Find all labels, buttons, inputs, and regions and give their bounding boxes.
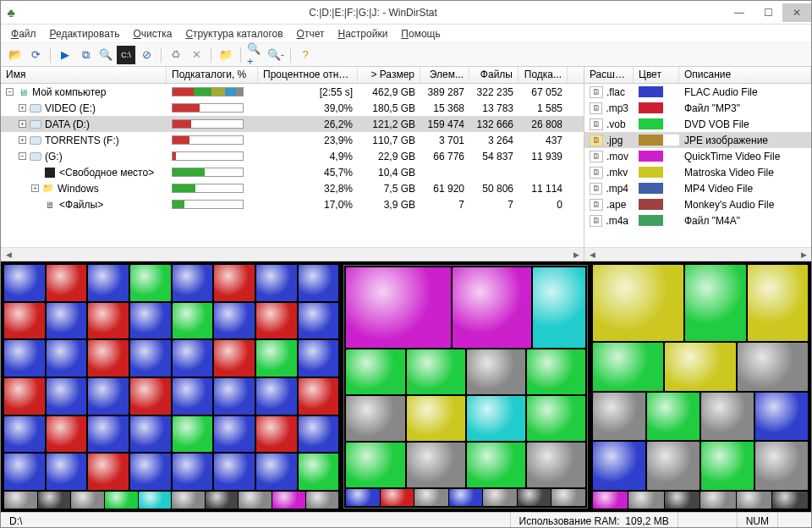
pct-bar bbox=[172, 87, 244, 96]
treemap-pane-2[interactable] bbox=[343, 265, 587, 509]
zoom-in-icon[interactable]: 🔍+ bbox=[246, 46, 265, 64]
menu-cleanup[interactable]: Очистка bbox=[128, 26, 177, 41]
row-files: 3 264 bbox=[469, 135, 518, 146]
filetype-icon: 🗎 bbox=[590, 151, 603, 162]
filetype-icon: 🗎 bbox=[590, 215, 602, 227]
ext-row[interactable]: 🗎.m4aФайл "M4A" bbox=[584, 212, 811, 228]
row-name: Мой компьютер bbox=[32, 86, 106, 98]
expander-icon[interactable]: + bbox=[19, 136, 26, 144]
cancel-icon[interactable]: ✕ bbox=[187, 46, 206, 64]
folder-icon: 📁 bbox=[42, 183, 54, 195]
delete-icon[interactable]: ⊘ bbox=[137, 46, 156, 64]
zoom-out-icon[interactable]: 🔍- bbox=[266, 46, 285, 64]
expander-icon[interactable]: − bbox=[19, 152, 26, 160]
tree-row[interactable]: +TORRENTS (F:)23,9%110,7 GB3 7013 264437 bbox=[1, 132, 584, 148]
ext-hscroll[interactable]: ◀ ▶ bbox=[584, 247, 811, 261]
row-size: 462,9 GB bbox=[358, 86, 420, 98]
treemap-pane-3[interactable] bbox=[593, 265, 808, 509]
row-items: 66 776 bbox=[420, 151, 469, 162]
row-files: 132 666 bbox=[469, 118, 518, 130]
ext-name: .mkv bbox=[606, 167, 628, 179]
status-num: NUM bbox=[737, 513, 777, 528]
row-name: TORRENTS (F:) bbox=[45, 135, 119, 146]
col-files[interactable]: Файлы bbox=[469, 67, 518, 83]
row-sub: 11 114 bbox=[518, 183, 568, 195]
treemap[interactable] bbox=[1, 261, 811, 512]
row-name: <Свободное место> bbox=[59, 167, 154, 179]
col-name[interactable]: Имя bbox=[1, 67, 167, 83]
ext-row[interactable]: 🗎.movQuickTime Video File bbox=[584, 148, 811, 164]
col-size[interactable]: > Размер bbox=[358, 67, 420, 83]
tree-row[interactable]: <Свободное место>45,7%10,4 GB bbox=[1, 164, 584, 180]
col-color[interactable]: Цвет bbox=[634, 67, 679, 83]
recycle-icon[interactable]: ♻ bbox=[167, 46, 185, 64]
tree-body[interactable]: −🖥Мой компьютер[2:55 s]462,9 GB389 28732… bbox=[1, 84, 584, 247]
close-button[interactable]: ✕ bbox=[782, 3, 811, 22]
row-name: DATA (D:) bbox=[45, 118, 90, 130]
tree-row[interactable]: 🗎<Файлы>17,0%3,9 GB770 bbox=[1, 196, 584, 212]
filetype-icon: 🗎 bbox=[590, 167, 603, 179]
tree-row[interactable]: −🖥Мой компьютер[2:55 s]462,9 GB389 28732… bbox=[1, 84, 584, 100]
ext-row[interactable]: 🗎.mkvMatroska Video File bbox=[584, 164, 811, 180]
col-subfolders[interactable]: Подка... bbox=[518, 67, 568, 83]
ext-row[interactable]: 🗎.mp3Файл "MP3" bbox=[584, 100, 811, 116]
expander-icon[interactable]: + bbox=[19, 104, 26, 112]
refresh-icon[interactable]: ⟳ bbox=[26, 46, 45, 64]
menu-file[interactable]: Файл bbox=[6, 26, 41, 41]
tree-row[interactable]: +VIDEO (E:)39,0%180,5 GB15 36813 7831 58… bbox=[1, 100, 584, 116]
explorer-icon[interactable]: 🔍 bbox=[96, 46, 115, 64]
ext-row[interactable]: 🗎.vobDVD VOB File bbox=[584, 116, 811, 132]
minimize-button[interactable]: — bbox=[725, 3, 754, 22]
row-items: 61 920 bbox=[420, 183, 469, 195]
ext-row[interactable]: 🗎.mp4MP4 Video File bbox=[584, 180, 811, 196]
pct-bar bbox=[172, 103, 244, 113]
ext-name: .m4a bbox=[606, 215, 628, 227]
help-icon[interactable]: ? bbox=[296, 46, 315, 64]
row-pct: [2:55 s] bbox=[258, 86, 358, 98]
expander-icon[interactable]: + bbox=[31, 184, 39, 192]
color-swatch bbox=[639, 167, 679, 178]
folder-icon[interactable]: 📁 bbox=[217, 46, 235, 64]
ext-row[interactable]: 🗎.apeMonkey's Audio File bbox=[584, 196, 811, 212]
scroll-right-icon[interactable]: ▶ bbox=[798, 249, 809, 261]
ext-row[interactable]: 🗎.flacFLAC Audio File bbox=[584, 84, 811, 100]
ext-desc: DVD VOB File bbox=[679, 118, 811, 130]
expander-icon[interactable]: − bbox=[6, 88, 14, 96]
col-items[interactable]: Элем... bbox=[420, 67, 469, 83]
col-subfolders-pct[interactable]: Подкаталоги, % bbox=[167, 67, 258, 83]
row-sub: 26 808 bbox=[518, 118, 568, 130]
toolbar: 📂 ⟳ ▶ ⧉ 🔍 C:\ ⊘ ♻ ✕ 📁 🔍+ 🔍- ? bbox=[1, 43, 811, 67]
tree-header: Имя Подкаталоги, % Процентное отно... > … bbox=[1, 67, 584, 84]
scroll-left-icon[interactable]: ◀ bbox=[3, 249, 14, 261]
tree-row[interactable]: +📁Windows32,8%7,5 GB61 92050 80611 114 bbox=[1, 180, 584, 196]
scroll-right-icon[interactable]: ▶ bbox=[570, 249, 582, 261]
menu-report[interactable]: Отчет bbox=[292, 26, 330, 41]
tree-row[interactable]: −(G:)4,9%22,9 GB66 77654 83711 939 bbox=[1, 148, 584, 164]
open-icon[interactable]: 📂 bbox=[6, 46, 25, 64]
menu-settings[interactable]: Настройки bbox=[332, 26, 392, 41]
ext-name: .mp3 bbox=[606, 102, 628, 114]
play-icon[interactable]: ▶ bbox=[56, 46, 74, 64]
row-pct: 17,0% bbox=[258, 199, 358, 211]
tree-row[interactable]: +DATA (D:)26,2%121,2 GB159 474132 66626 … bbox=[1, 116, 584, 132]
menu-help[interactable]: Помощь bbox=[396, 26, 445, 41]
row-sub: 11 939 bbox=[518, 151, 568, 162]
tree-hscroll[interactable]: ◀ ▶ bbox=[1, 247, 584, 261]
directory-tree-pane: Имя Подкаталоги, % Процентное отно... > … bbox=[1, 67, 584, 261]
copy-icon[interactable]: ⧉ bbox=[76, 46, 95, 64]
col-pct[interactable]: Процентное отно... bbox=[258, 67, 358, 83]
ext-name: .flac bbox=[606, 86, 625, 98]
scroll-left-icon[interactable]: ◀ bbox=[586, 249, 598, 261]
menu-structure[interactable]: Структура каталогов bbox=[180, 26, 288, 41]
treemap-pane-1[interactable] bbox=[4, 265, 338, 509]
col-desc[interactable]: Описание bbox=[679, 67, 811, 83]
col-ext[interactable]: Расши... bbox=[584, 67, 634, 83]
ext-desc: Файл "M4A" bbox=[679, 215, 811, 227]
menu-edit[interactable]: Редактировать bbox=[45, 26, 125, 41]
expander-icon[interactable]: + bbox=[19, 120, 26, 128]
row-pct: 4,9% bbox=[258, 151, 358, 162]
ext-row[interactable]: 🗎.jpgJPE изображение bbox=[584, 132, 811, 148]
maximize-button[interactable]: ☐ bbox=[754, 3, 782, 22]
cmd-icon[interactable]: C:\ bbox=[117, 46, 135, 64]
ext-body[interactable]: 🗎.flacFLAC Audio File🗎.mp3Файл "MP3"🗎.vo… bbox=[584, 84, 811, 247]
